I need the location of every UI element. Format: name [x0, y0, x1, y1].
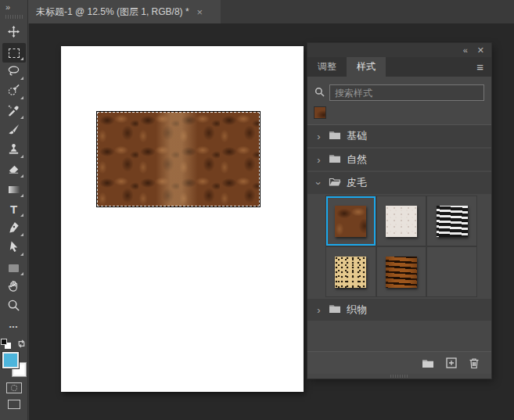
zebra-stripes-thumbnail	[437, 206, 468, 237]
folder-fur-label: 皮毛	[347, 176, 367, 190]
folder-fabric-label: 织物	[347, 303, 367, 317]
tab-styles[interactable]: 样式	[347, 57, 386, 77]
folder-basic-label: 基础	[347, 129, 367, 143]
style-tiger-stripes[interactable]	[377, 247, 426, 296]
folder-open-icon	[329, 177, 341, 189]
panel-close-icon[interactable]: ✕	[477, 46, 484, 55]
rectangle-tool[interactable]	[2, 258, 26, 278]
chevron-right-icon: ›	[315, 131, 323, 142]
cursor-arrow-icon	[7, 240, 20, 257]
panel-collapse-icon[interactable]: «	[463, 46, 468, 55]
default-colors-icon[interactable]	[1, 339, 11, 349]
style-swatch-grid	[325, 196, 477, 297]
eyedropper-icon	[7, 103, 20, 120]
folder-closed-icon	[329, 153, 341, 166]
hand-icon	[7, 279, 20, 296]
style-zebra-stripes[interactable]	[427, 196, 476, 246]
delete-trash-icon	[469, 357, 480, 369]
panel-footer	[307, 351, 491, 374]
recent-style-brown-fur[interactable]	[315, 107, 325, 118]
pen-icon	[7, 221, 20, 237]
panel-tabs: 调整 样式 ≡	[307, 57, 491, 77]
document-tab-bar: 未标题-1 @ 12.5% (图层 1, RGB/8) * ×	[28, 0, 514, 23]
tab-close-icon[interactable]: ×	[197, 6, 203, 18]
more-tools[interactable]: •••	[2, 317, 26, 336]
tab-adjustments[interactable]: 调整	[307, 57, 347, 77]
brush-tool[interactable]	[2, 121, 26, 141]
tiger-stripes-thumbnail	[386, 257, 417, 288]
rectangle-icon	[9, 264, 19, 272]
panel-resize-grip[interactable]	[390, 375, 409, 378]
pen-tool[interactable]	[2, 219, 26, 239]
gradient-tool[interactable]	[2, 180, 26, 199]
quick-selection-icon	[7, 84, 20, 100]
screen-mode-button[interactable]	[8, 400, 20, 409]
rectangular-marquee-tool[interactable]	[2, 43, 26, 63]
document-title: 未标题-1 @ 12.5% (图层 1, RGB/8) *	[36, 5, 189, 19]
brush-icon	[7, 123, 20, 139]
type-tool[interactable]: T	[2, 199, 26, 219]
marquee-selection[interactable]	[97, 112, 260, 206]
zoom-tool[interactable]	[2, 297, 26, 317]
swap-colors-icon[interactable]	[16, 339, 27, 349]
color-swatches	[2, 352, 26, 376]
fur-texture-highlight	[98, 113, 259, 206]
white-fur-thumbnail	[386, 206, 417, 237]
move-tool[interactable]	[2, 23, 26, 43]
tab-adjustments-label: 调整	[318, 60, 336, 74]
panel-header: « ✕	[307, 43, 491, 57]
lasso-icon	[7, 64, 20, 81]
folder-fabric[interactable]: › 织物	[307, 299, 491, 321]
style-brown-fur[interactable]	[326, 196, 376, 246]
marquee-icon	[9, 48, 20, 58]
chevron-right-icon: ›	[315, 304, 323, 316]
panel-menu-icon[interactable]: ≡	[469, 57, 491, 77]
eraser-icon	[7, 162, 20, 178]
folder-closed-icon	[329, 303, 341, 316]
path-selection-tool[interactable]	[2, 239, 26, 258]
folder-nature[interactable]: › 自然	[307, 149, 491, 171]
search-row	[307, 77, 491, 107]
quick-selection-tool[interactable]	[2, 82, 26, 102]
panel-empty-space	[307, 322, 491, 352]
style-white-fur[interactable]	[377, 196, 426, 246]
move-icon	[7, 25, 20, 41]
quick-mask-button[interactable]	[6, 382, 22, 393]
type-icon: T	[10, 203, 17, 215]
folder-nature-label: 自然	[347, 153, 367, 167]
new-group-folder-icon	[422, 358, 434, 368]
delete-style-button[interactable]	[469, 357, 480, 369]
lasso-tool[interactable]	[2, 63, 26, 82]
leopard-spots-thumbnail	[335, 257, 366, 288]
clone-stamp-icon	[7, 142, 20, 159]
new-style-plus-icon	[446, 357, 457, 368]
folder-fur[interactable]: › 皮毛	[307, 172, 491, 194]
document-tab[interactable]: 未标题-1 @ 12.5% (图层 1, RGB/8) * ×	[28, 0, 221, 23]
ellipsis-icon: •••	[9, 323, 18, 330]
empty-grid-cell	[427, 247, 476, 296]
new-group-button[interactable]	[422, 358, 434, 368]
gradient-icon	[9, 186, 20, 193]
search-input[interactable]	[329, 84, 484, 101]
toolbar: »	[0, 0, 28, 420]
magnifier-icon	[7, 299, 20, 315]
folder-basic[interactable]: › 基础	[307, 125, 491, 147]
folder-closed-icon	[329, 130, 341, 142]
eyedropper-tool[interactable]	[2, 102, 26, 121]
search-icon	[315, 86, 325, 100]
chevron-right-icon: ›	[315, 154, 323, 166]
tab-styles-label: 样式	[357, 60, 376, 74]
new-style-button[interactable]	[446, 357, 457, 368]
clone-stamp-tool[interactable]	[2, 141, 26, 160]
style-leopard-spots[interactable]	[326, 247, 376, 296]
chevron-down-icon: ›	[313, 179, 325, 188]
toolbar-grip[interactable]	[5, 15, 23, 19]
toolbar-expand-icon[interactable]: »	[0, 0, 27, 13]
recent-styles-row	[307, 107, 491, 125]
document-page	[61, 46, 304, 392]
styles-panel: « ✕ 调整 样式 ≡ › 基础 › 自然 ›	[307, 43, 491, 379]
quick-mask-icon	[11, 385, 17, 391]
hand-tool[interactable]	[2, 278, 26, 297]
foreground-color-swatch[interactable]	[2, 352, 19, 368]
eraser-tool[interactable]	[2, 160, 26, 180]
